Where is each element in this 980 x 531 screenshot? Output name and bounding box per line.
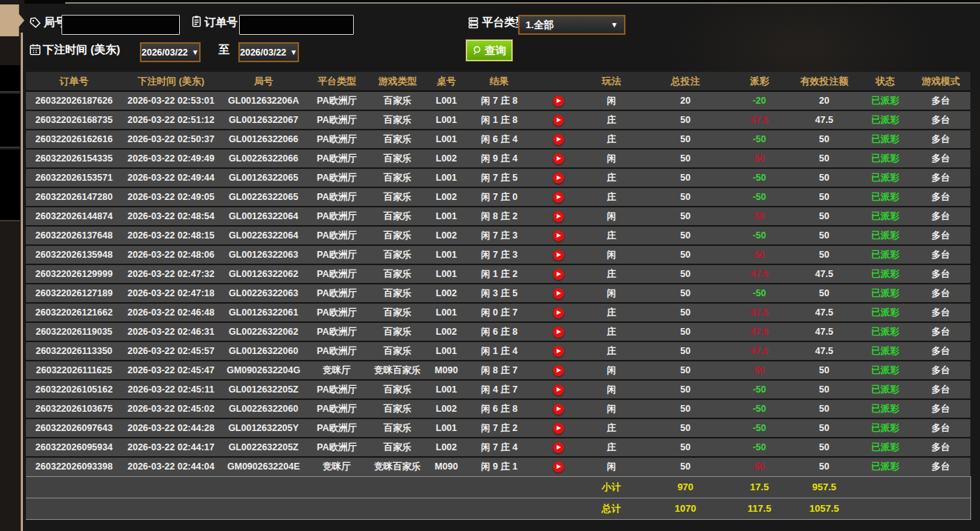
cell-result: 闲 1 庄 8 bbox=[464, 110, 534, 130]
total-row: 总计 1070 117.5 1057.5 bbox=[26, 498, 970, 519]
column-header-12: 状态 bbox=[859, 72, 911, 91]
replay-video-icon[interactable] bbox=[553, 423, 564, 434]
cell-total-bet: 50 bbox=[641, 264, 730, 284]
cell-payout: -50 bbox=[730, 187, 789, 207]
cell-valid-bet: 47.5 bbox=[789, 322, 859, 341]
cell-replay[interactable] bbox=[534, 284, 582, 303]
cell-replay[interactable] bbox=[534, 399, 582, 418]
cell-table-no: L001 bbox=[429, 341, 464, 361]
cell-order-no: 260322026121662 bbox=[26, 303, 122, 322]
cell-replay[interactable] bbox=[534, 207, 582, 226]
cell-payout: -50 bbox=[730, 226, 789, 245]
query-button[interactable]: 查询 bbox=[466, 40, 512, 61]
cell-table-no: L001 bbox=[429, 207, 464, 226]
cell-replay[interactable] bbox=[534, 264, 582, 284]
replay-video-icon[interactable] bbox=[553, 442, 564, 453]
cell-bet-time: 2026-03-22 02:44:17 bbox=[122, 438, 220, 457]
cell-result: 闲 3 庄 5 bbox=[464, 284, 534, 303]
cell-table-no: L002 bbox=[429, 322, 464, 341]
replay-video-icon[interactable] bbox=[553, 230, 564, 241]
replay-video-icon[interactable] bbox=[553, 269, 564, 280]
bet-history-panel: 局号 订单号 平台类型 1.全部 ▼ 下注时间 (美东) 2026/03/22 … bbox=[24, 4, 980, 531]
cell-game-type: 百家乐 bbox=[366, 207, 429, 226]
replay-video-icon[interactable] bbox=[553, 384, 564, 395]
replay-video-icon[interactable] bbox=[553, 192, 564, 203]
cell-bet-time: 2026-03-22 02:45:02 bbox=[122, 399, 220, 418]
round-no-input[interactable] bbox=[61, 15, 180, 35]
cell-round-no: GM0902632204E bbox=[220, 457, 307, 476]
replay-video-icon[interactable] bbox=[553, 134, 564, 145]
order-no-input[interactable] bbox=[239, 15, 354, 35]
cell-game-mode: 多台 bbox=[911, 322, 970, 341]
date-to-picker[interactable]: 2026/03/22 ▼ bbox=[238, 42, 299, 62]
cell-result: 闲 7 庄 3 bbox=[464, 245, 534, 264]
cell-replay[interactable] bbox=[534, 149, 582, 168]
replay-video-icon[interactable] bbox=[553, 115, 564, 126]
cell-replay[interactable] bbox=[534, 438, 582, 457]
cell-payout: -50 bbox=[730, 168, 789, 187]
cell-platform: PA欧洲厅 bbox=[307, 245, 366, 264]
cell-replay[interactable] bbox=[534, 130, 582, 149]
cell-payout: -50 bbox=[730, 284, 789, 303]
cell-valid-bet: 50 bbox=[789, 418, 859, 438]
cell-replay[interactable] bbox=[534, 322, 582, 341]
replay-video-icon[interactable] bbox=[553, 327, 564, 338]
cell-replay[interactable] bbox=[534, 457, 582, 476]
cell-platform: PA欧洲厅 bbox=[307, 438, 366, 457]
cell-payout: 47.5 bbox=[730, 264, 789, 284]
cell-replay[interactable] bbox=[534, 110, 582, 130]
cell-round-no: GL0012632205Y bbox=[220, 418, 307, 438]
replay-video-icon[interactable] bbox=[553, 404, 564, 415]
cell-total-bet: 50 bbox=[641, 226, 730, 245]
cell-result: 闲 1 庄 4 bbox=[464, 341, 534, 361]
cell-order-no: 260322026097643 bbox=[26, 418, 122, 438]
replay-video-icon[interactable] bbox=[553, 461, 564, 472]
replay-video-icon[interactable] bbox=[553, 153, 564, 164]
cell-replay[interactable] bbox=[534, 341, 582, 361]
cell-replay[interactable] bbox=[534, 187, 582, 207]
cell-platform: 竞咪厅 bbox=[307, 361, 366, 380]
cell-replay[interactable] bbox=[534, 361, 582, 380]
replay-video-icon[interactable] bbox=[553, 173, 564, 184]
cell-replay[interactable] bbox=[534, 245, 582, 264]
column-header-5: 桌号 bbox=[429, 72, 464, 91]
background-block bbox=[0, 65, 20, 93]
cell-game-type: 百家乐 bbox=[366, 418, 429, 438]
table-row: 2603220261876262026-03-22 02:53:01GL0012… bbox=[26, 91, 970, 110]
cell-order-no: 260322026137648 bbox=[26, 226, 122, 245]
cell-replay[interactable] bbox=[534, 303, 582, 322]
cell-bet-time: 2026-03-22 02:49:05 bbox=[122, 187, 220, 207]
cell-game-mode: 多台 bbox=[911, 91, 970, 110]
replay-video-icon[interactable] bbox=[553, 365, 564, 376]
cell-round-no: GL0022632205Z bbox=[220, 438, 307, 457]
replay-video-icon[interactable] bbox=[553, 307, 564, 318]
cell-status: 已派彩 bbox=[859, 322, 911, 341]
cell-valid-bet: 50 bbox=[789, 438, 859, 457]
background-block bbox=[0, 150, 20, 221]
replay-video-icon[interactable] bbox=[553, 250, 564, 261]
cell-game-mode: 多台 bbox=[911, 130, 970, 149]
replay-video-icon[interactable] bbox=[553, 96, 564, 107]
cell-platform: PA欧洲厅 bbox=[307, 380, 366, 399]
cell-replay[interactable] bbox=[534, 226, 582, 245]
cell-replay[interactable] bbox=[534, 91, 582, 110]
replay-video-icon[interactable] bbox=[553, 211, 564, 222]
cell-replay[interactable] bbox=[534, 418, 582, 438]
subtotal-valid-bet: 957.5 bbox=[789, 476, 859, 498]
cell-game-mode: 多台 bbox=[911, 380, 970, 399]
cell-game-mode: 多台 bbox=[911, 226, 970, 245]
cell-status: 已派彩 bbox=[859, 110, 911, 130]
replay-video-icon[interactable] bbox=[553, 346, 564, 357]
cell-status: 已派彩 bbox=[859, 264, 911, 284]
date-from-picker[interactable]: 2026/03/22 ▼ bbox=[140, 42, 201, 62]
platform-type-dropdown[interactable]: 1.全部 ▼ bbox=[518, 15, 625, 35]
cell-replay[interactable] bbox=[534, 168, 582, 187]
cell-status: 已派彩 bbox=[859, 438, 911, 457]
cell-payout: -50 bbox=[730, 380, 789, 399]
replay-video-icon[interactable] bbox=[553, 288, 564, 299]
cell-order-no: 260322026162616 bbox=[26, 130, 122, 149]
cell-bet-time: 2026-03-22 02:53:01 bbox=[122, 91, 220, 110]
cell-payout: 50 bbox=[730, 207, 789, 226]
cell-valid-bet: 50 bbox=[789, 130, 859, 149]
cell-replay[interactable] bbox=[534, 380, 582, 399]
